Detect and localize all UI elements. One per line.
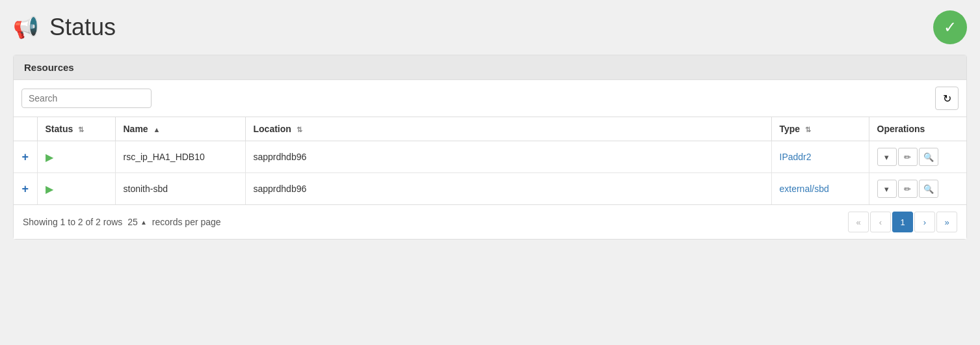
td-type: external/sbd — [771, 173, 869, 205]
th-location-label: Location — [254, 124, 291, 134]
header: 📢 Status ✓ — [13, 10, 967, 44]
resources-panel: Resources ↻ Status ⇅ Name ▲ — [13, 55, 967, 240]
td-name: rsc_ip_HA1_HDB10 — [115, 141, 245, 173]
td-location: sapprdhdb96 — [245, 173, 771, 205]
status-sort-icon[interactable]: ⇅ — [78, 126, 84, 133]
th-checkbox — [14, 117, 37, 141]
check-button[interactable]: ✓ — [933, 10, 967, 44]
table-row: + ▶ stonith-sbd sapprdhdb96 external/sbd… — [14, 173, 966, 205]
page-next-button[interactable]: › — [914, 212, 935, 232]
th-operations: Operations — [869, 117, 966, 141]
th-status[interactable]: Status ⇅ — [37, 117, 115, 141]
td-status: ▶ — [37, 173, 115, 205]
type-link[interactable]: IPaddr2 — [780, 152, 812, 162]
type-link[interactable]: external/sbd — [780, 184, 829, 194]
td-add: + — [14, 173, 37, 205]
megaphone-icon: 📢 — [13, 15, 39, 40]
row-location: sapprdhdb96 — [254, 152, 307, 162]
page-first-button[interactable]: « — [848, 212, 869, 232]
per-page-caret[interactable]: ▲ — [140, 219, 147, 226]
th-name[interactable]: Name ▲ — [115, 117, 245, 141]
add-icon[interactable]: + — [21, 150, 29, 163]
th-name-label: Name — [124, 124, 148, 134]
td-type: IPaddr2 — [771, 141, 869, 173]
td-add: + — [14, 141, 37, 173]
records-info: Showing 1 to 2 of 2 rows 25 ▲ records pe… — [23, 217, 221, 227]
page-wrapper: 📢 Status ✓ Resources ↻ Status — [0, 0, 980, 345]
ops-search-button[interactable]: 🔍 — [919, 148, 938, 166]
showing-text: Showing 1 to 2 of 2 rows — [23, 217, 122, 227]
toolbar: ↻ — [14, 80, 966, 117]
row-name: rsc_ip_HA1_HDB10 — [124, 152, 205, 162]
page-current-button[interactable]: 1 — [892, 212, 913, 232]
ops-edit-button[interactable]: ✏ — [898, 148, 918, 166]
type-sort-icon[interactable]: ⇅ — [805, 126, 811, 133]
resources-label: Resources — [24, 62, 74, 73]
pagination: « ‹ 1 › » — [848, 212, 957, 232]
header-left: 📢 Status — [13, 14, 116, 41]
records-label: records per page — [152, 217, 221, 227]
row-location: sapprdhdb96 — [254, 184, 307, 194]
th-status-label: Status — [46, 124, 73, 134]
refresh-icon: ↻ — [943, 92, 951, 105]
per-page-value: 25 — [127, 217, 138, 227]
play-icon: ▶ — [46, 184, 53, 195]
th-type-label: Type — [780, 124, 801, 134]
td-location: sapprdhdb96 — [245, 141, 771, 173]
per-page-select[interactable]: 25 ▲ — [127, 217, 146, 227]
check-icon: ✓ — [944, 18, 957, 36]
ops-dropdown-button[interactable]: ▾ — [877, 148, 897, 166]
ops-group: ▾ ✏ 🔍 — [877, 148, 959, 166]
ops-edit-button[interactable]: ✏ — [898, 180, 918, 198]
name-sort-icon[interactable]: ▲ — [153, 126, 161, 133]
refresh-button[interactable]: ↻ — [935, 87, 959, 110]
td-status: ▶ — [37, 141, 115, 173]
td-name: stonith-sbd — [115, 173, 245, 205]
resources-header: Resources — [14, 55, 966, 80]
add-icon[interactable]: + — [21, 182, 29, 195]
page-last-button[interactable]: » — [936, 212, 957, 232]
row-name: stonith-sbd — [124, 184, 168, 194]
play-icon: ▶ — [46, 152, 53, 163]
search-input[interactable] — [21, 89, 152, 108]
th-type[interactable]: Type ⇅ — [771, 117, 869, 141]
page-prev-button[interactable]: ‹ — [870, 212, 891, 232]
ops-search-button[interactable]: 🔍 — [919, 180, 938, 198]
table-header-row: Status ⇅ Name ▲ Location ⇅ Type ⇅ — [14, 117, 966, 141]
ops-group: ▾ ✏ 🔍 — [877, 180, 959, 198]
td-operations: ▾ ✏ 🔍 — [869, 173, 966, 205]
location-sort-icon[interactable]: ⇅ — [297, 126, 302, 133]
th-operations-label: Operations — [877, 124, 925, 134]
table-row: + ▶ rsc_ip_HA1_HDB10 sapprdhdb96 IPaddr2… — [14, 141, 966, 173]
th-location[interactable]: Location ⇅ — [245, 117, 771, 141]
ops-dropdown-button[interactable]: ▾ — [877, 180, 897, 198]
td-operations: ▾ ✏ 🔍 — [869, 141, 966, 173]
table-footer: Showing 1 to 2 of 2 rows 25 ▲ records pe… — [14, 204, 966, 239]
page-title: Status — [49, 14, 116, 41]
resources-table: Status ⇅ Name ▲ Location ⇅ Type ⇅ — [14, 117, 966, 204]
